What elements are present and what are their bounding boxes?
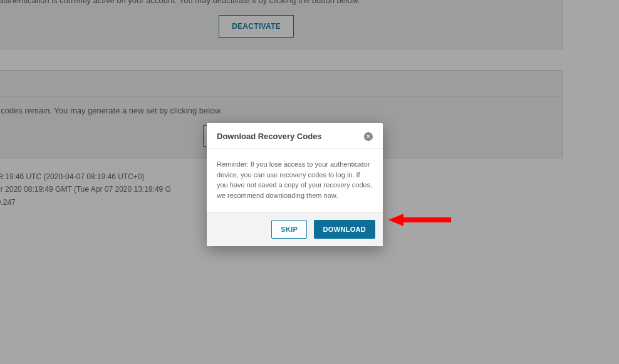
close-icon[interactable]: ✕: [364, 132, 373, 141]
modal-footer: SKIP DOWNLOAD: [207, 212, 383, 246]
download-recovery-codes-modal: Download Recovery Codes ✕ Reminder: If y…: [207, 123, 383, 246]
skip-button[interactable]: SKIP: [271, 220, 307, 239]
modal-title: Download Recovery Codes: [217, 132, 322, 141]
modal-body-text: Reminder: If you lose access to your aut…: [207, 149, 383, 212]
download-button[interactable]: DOWNLOAD: [314, 220, 375, 239]
modal-header: Download Recovery Codes ✕: [207, 123, 383, 149]
